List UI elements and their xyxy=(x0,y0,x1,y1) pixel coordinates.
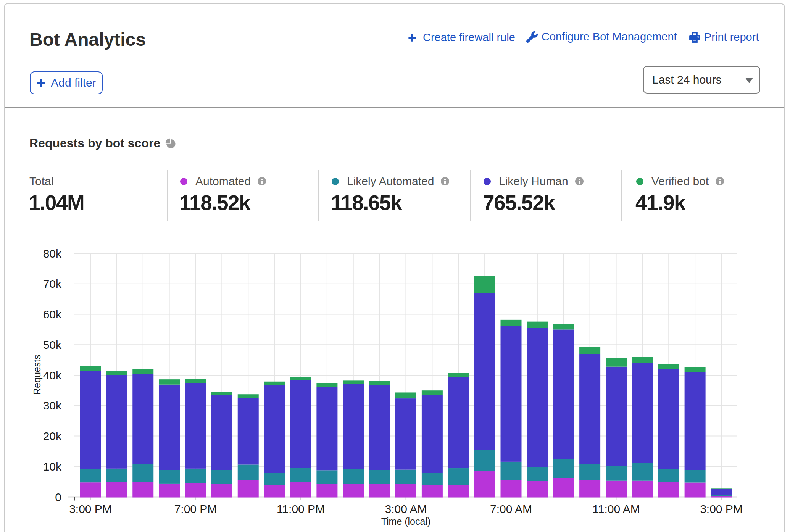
svg-text:50k: 50k xyxy=(43,339,62,351)
svg-text:3:00 PM: 3:00 PM xyxy=(700,503,743,515)
svg-text:20k: 20k xyxy=(43,430,62,442)
svg-text:80k: 80k xyxy=(43,247,62,260)
svg-text:30k: 30k xyxy=(43,399,62,412)
svg-text:60k: 60k xyxy=(43,308,62,321)
svg-text:10k: 10k xyxy=(43,460,62,473)
svg-text:Requests: Requests xyxy=(32,355,42,395)
svg-text:11:00 AM: 11:00 AM xyxy=(592,503,640,515)
svg-text:40k: 40k xyxy=(43,369,62,382)
svg-text:7:00 AM: 7:00 AM xyxy=(490,503,532,515)
svg-text:Time (local): Time (local) xyxy=(381,516,431,527)
svg-text:70k: 70k xyxy=(43,277,62,290)
svg-text:3:00 PM: 3:00 PM xyxy=(69,503,112,515)
svg-text:11:00 PM: 11:00 PM xyxy=(277,503,325,515)
svg-text:7:00 PM: 7:00 PM xyxy=(174,503,217,515)
svg-text:0: 0 xyxy=(55,491,61,503)
svg-text:3:00 AM: 3:00 AM xyxy=(385,503,427,515)
